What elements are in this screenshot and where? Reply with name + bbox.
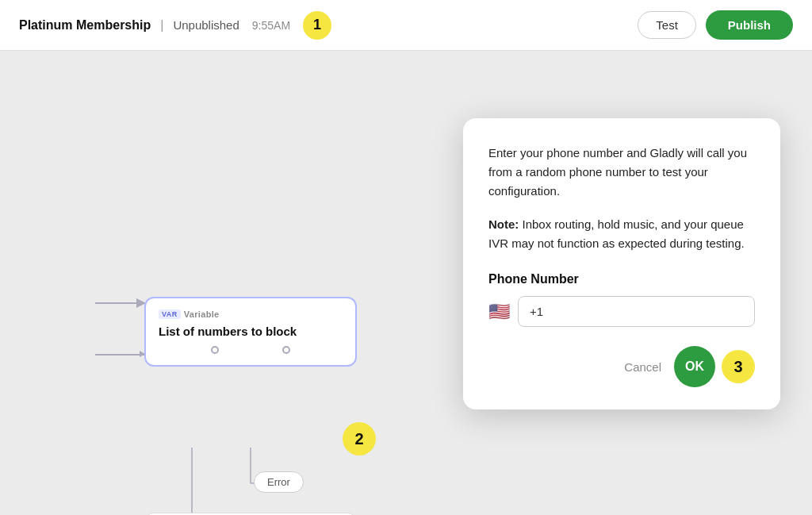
ok-button[interactable]: OK <box>674 346 715 387</box>
save-time: 9:55AM <box>252 19 290 32</box>
step-2-badge: 2 <box>343 422 376 455</box>
project-title: Platinum Membership <box>19 18 151 33</box>
test-popup: Enter your phone number and Gladly will … <box>463 118 780 409</box>
country-selector[interactable]: 🇺🇸 <box>488 302 510 322</box>
phone-input[interactable] <box>518 296 755 327</box>
node-tag: VAR Variable <box>159 309 343 319</box>
variable-node[interactable]: VAR Variable List of numbers to block <box>144 297 357 367</box>
var-badge: VAR <box>159 309 181 319</box>
node-tag-label: Variable <box>184 309 220 319</box>
error-node[interactable]: Error <box>254 471 304 493</box>
header-divider: | <box>160 18 163 33</box>
cancel-button[interactable]: Cancel <box>624 360 661 374</box>
ok-group: OK 3 <box>674 346 755 387</box>
node-title: List of numbers to block <box>159 324 343 340</box>
step-1-badge: 1 <box>303 11 331 40</box>
popup-note-text: Note: Inbox routing, hold music, and you… <box>488 215 755 253</box>
phone-input-row: 🇺🇸 <box>488 296 755 327</box>
test-button[interactable]: Test <box>638 11 696 39</box>
publish-button[interactable]: Publish <box>706 10 793 40</box>
publish-status: Unpublished <box>173 18 239 32</box>
error-label: Error <box>267 476 290 488</box>
phone-label: Phone Number <box>488 272 755 286</box>
node-connectors <box>159 340 343 354</box>
header: Platinum Membership | Unpublished 9:55AM… <box>0 0 812 51</box>
step-3-badge: 3 <box>722 350 755 383</box>
note-bold: Note: <box>488 217 519 231</box>
connector-dot-left <box>211 346 219 354</box>
popup-main-text: Enter your phone number and Gladly will … <box>488 144 755 201</box>
popup-actions: Cancel OK 3 <box>488 346 755 387</box>
entry-arrow <box>95 354 144 356</box>
note-rest: Inbox routing, hold music, and your queu… <box>488 217 745 250</box>
canvas: VAR Variable List of numbers to block 2 … <box>0 51 812 515</box>
us-flag-icon: 🇺🇸 <box>488 302 510 322</box>
connector-dot-right <box>282 346 290 354</box>
